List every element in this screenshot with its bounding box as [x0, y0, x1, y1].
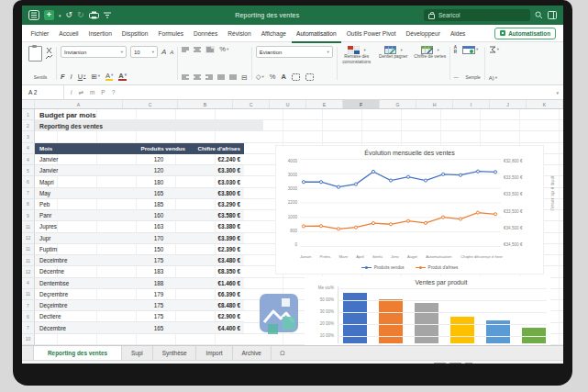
sheet-tab-supi[interactable]: Supi — [122, 346, 153, 360]
table-row[interactable]: Peb185€3.290 € — [35, 199, 244, 210]
sheet-tab-synth-se[interactable]: Synthèse — [153, 346, 197, 360]
menu-tab-fichier[interactable]: Fichier — [26, 25, 54, 41]
column-header-h-8[interactable]: H — [416, 100, 453, 108]
automation-button[interactable]: Automatisation — [494, 28, 556, 39]
fx-icon[interactable]: P — [101, 89, 105, 95]
column-header-f-6[interactable]: F — [343, 100, 380, 108]
orientation-button[interactable]: %▾ — [219, 46, 228, 53]
row-number[interactable]: 7 — [22, 188, 35, 199]
table-header-row[interactable]: MoisProduits vendusChifire d'afrises — [35, 143, 244, 154]
table-row[interactable]: Deceimbre175€3.480 € — [35, 255, 244, 266]
row-number[interactable]: 6 — [22, 311, 35, 322]
table-row[interactable]: Deçrembre179€6.390 € — [35, 289, 244, 300]
menu-tab-automatisation[interactable]: Automatisation — [292, 25, 342, 43]
sheet-tab-reporting-des-ventes[interactable]: Reporting des ventes — [33, 346, 122, 360]
table-row[interactable]: Janvier120€2.240 € — [35, 154, 244, 165]
row-number[interactable]: 2 — [22, 120, 35, 131]
indent-decrease-icon[interactable] — [217, 74, 225, 80]
table-row[interactable]: May165€3.800 € — [35, 188, 244, 199]
row-number[interactable]: 7 — [22, 322, 35, 333]
menu-tab-r-vision[interactable]: Révision — [223, 25, 256, 41]
image-placeholder-icon[interactable] — [257, 289, 303, 341]
comma-style-icon[interactable]: A — [281, 73, 285, 81]
line-chart[interactable]: Évolution mensuelle des ventes 400030003… — [275, 145, 544, 274]
new-document-button[interactable]: + — [44, 10, 54, 20]
menu-tab-affichage[interactable]: Affichage — [256, 25, 291, 41]
sidebar-toggle-icon[interactable] — [548, 11, 557, 19]
align-middle-icon[interactable] — [194, 47, 201, 52]
shrink-font-icon[interactable]: A — [170, 50, 173, 55]
row-number[interactable]: 5 — [22, 165, 35, 176]
filter-icon[interactable] — [104, 12, 111, 18]
column-header-k-11[interactable]: K — [527, 100, 563, 108]
decrease-decimal-icon[interactable] — [305, 73, 314, 81]
sheet-grid[interactable]: 1Budget par mois2Reporting des ventes34M… — [22, 109, 563, 345]
table-row[interactable]: Jupres163€3.380 € — [35, 221, 244, 232]
menu-tab-donn-es[interactable]: Données — [188, 25, 222, 41]
bar-series-4[interactable] — [450, 317, 474, 344]
sum-icon[interactable]: ▾ — [489, 46, 499, 53]
font-name-select[interactable]: Invtanion▾ — [61, 46, 127, 58]
paste-button[interactable] — [28, 46, 42, 62]
table-style-icon[interactable]: ▾ — [462, 46, 478, 54]
fill-color-button[interactable]: A▾ — [105, 73, 113, 82]
column-header-b-2[interactable]: B — [178, 100, 233, 108]
merge-cells-button[interactable]: ⊟ — [241, 74, 247, 82]
page-break-view-icon[interactable] — [465, 363, 472, 364]
search-box[interactable]: Searicol — [424, 9, 530, 21]
cell-report-subtitle[interactable]: Reporting des ventes — [35, 120, 263, 131]
cell-styles-button[interactable]: ▾ Chiffre dé veries — [412, 44, 449, 83]
row-number[interactable]: 3 — [22, 131, 35, 142]
cancel-entry-icon[interactable]: ⇄ — [78, 89, 83, 96]
indent-increase-icon[interactable] — [229, 74, 237, 80]
row-number[interactable]: 11 — [22, 244, 35, 255]
row-number[interactable]: 7 — [22, 300, 35, 311]
format-as-table-button[interactable]: ▾ Dentiet pagner — [375, 44, 412, 83]
row-cells[interactable]: Budget par mois — [35, 109, 563, 120]
menu-tab-aides[interactable]: Aides — [445, 25, 471, 41]
menu-tab-dispsition[interactable]: Dispsition — [116, 25, 153, 41]
enter-entry-icon[interactable]: m — [90, 89, 94, 95]
menu-tab-accueil[interactable]: Accueil — [54, 25, 83, 41]
column-header-a-0[interactable]: A — [35, 100, 123, 108]
increase-decimal-icon[interactable] — [292, 73, 300, 81]
row-number[interactable]: 4 — [22, 278, 35, 289]
align-left-icon[interactable] — [182, 74, 189, 80]
table-row[interactable]: Dectiere175€2.900 € — [35, 311, 244, 322]
bold-button[interactable]: F — [61, 73, 65, 81]
grow-font-icon[interactable]: A — [161, 49, 166, 56]
row-number[interactable]: 10 — [22, 334, 35, 345]
conditional-formatting-button[interactable]: ▾ Remase dés comonstations — [338, 44, 375, 83]
font-color-button[interactable]: A▾ — [118, 73, 127, 82]
number-format-select[interactable]: Eviantion▾ — [256, 46, 333, 58]
add-sheet-icon[interactable]: Ω — [272, 346, 294, 360]
table-row[interactable]: Panr160€3.580 € — [35, 210, 244, 221]
borders-button[interactable]: ⊞▾ — [91, 73, 100, 81]
align-bottom-icon[interactable] — [205, 46, 215, 53]
table-row[interactable]: Fuptim150€2.390 € — [35, 244, 244, 255]
menu-tab-insertion[interactable]: Insertion — [83, 25, 116, 41]
sort-filter-icon[interactable]: AR — [454, 46, 457, 54]
menu-tab-outils-power-pivot[interactable]: Outils Power Pivot — [341, 25, 401, 41]
translate-icon[interactable]: A)▾ — [489, 75, 497, 81]
search-icon[interactable] — [535, 11, 543, 19]
cut-icon[interactable] — [46, 48, 52, 53]
print-icon[interactable] — [89, 11, 99, 19]
sheet-tab-import[interactable]: Import — [196, 346, 232, 360]
cell-budget-title[interactable]: Budget par mois — [35, 109, 96, 120]
normal-view-icon[interactable] — [434, 363, 446, 364]
align-top-icon[interactable] — [182, 47, 189, 52]
select-all-corner[interactable] — [22, 100, 35, 108]
column-header-c-1[interactable]: C — [123, 100, 178, 108]
row-number[interactable]: 11 — [22, 221, 35, 232]
row-number[interactable]: 8 — [22, 199, 35, 210]
font-size-select[interactable]: 10▾ — [130, 46, 158, 58]
table-row[interactable]: Mapri180€3.030 € — [35, 176, 244, 187]
column-header-j-10[interactable]: J — [490, 100, 527, 108]
table-row[interactable]: Jupr170€3.390 € — [35, 233, 244, 244]
column-header-c-3[interactable]: C — [233, 100, 270, 108]
accounting-format-icon[interactable]: ◇▾ — [256, 73, 264, 81]
column-header-u-4[interactable]: U — [270, 100, 306, 108]
column-header-i-9[interactable]: I — [453, 100, 490, 108]
formula-bar-expand-icon[interactable]: ▾ — [556, 90, 559, 95]
